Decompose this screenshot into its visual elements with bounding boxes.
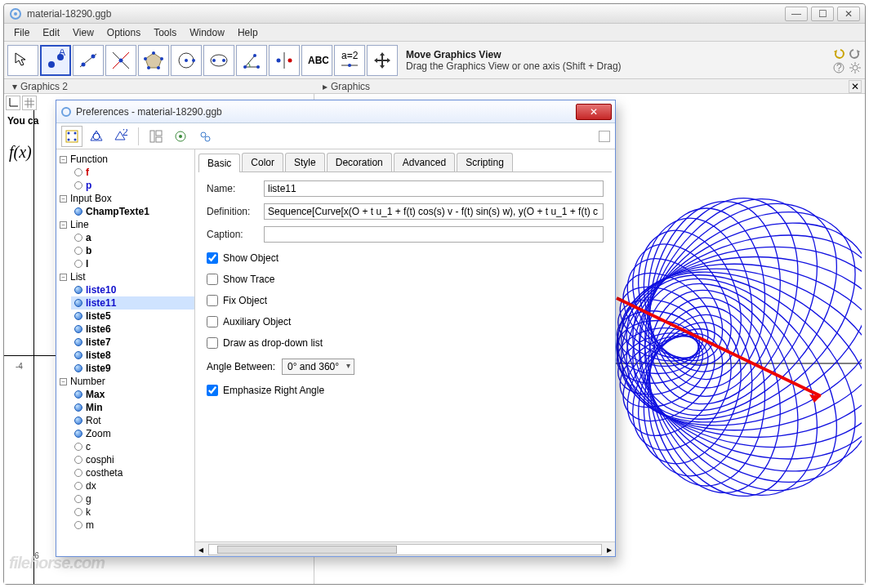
svg-point-1 xyxy=(14,12,17,16)
window-minimize-button[interactable]: — xyxy=(785,7,808,21)
object-bullet-icon xyxy=(74,495,82,503)
tree-item[interactable]: g xyxy=(71,492,194,506)
tree-item[interactable]: m xyxy=(71,519,194,532)
dialog-hscrollbar[interactable]: ◂ ▸ xyxy=(195,541,615,556)
tool-move-view[interactable] xyxy=(367,45,398,76)
pref-defaults-icon[interactable] xyxy=(170,126,191,147)
object-tree[interactable]: −Functionfp−Input BoxChampTexte1−Lineabl… xyxy=(56,149,195,556)
titlebar[interactable]: material-18290.ggb — ☐ ✕ xyxy=(4,4,865,24)
gear-icon[interactable] xyxy=(849,61,862,74)
menu-edit[interactable]: Edit xyxy=(36,25,66,40)
tree-group[interactable]: −Function xyxy=(56,153,194,166)
pref-advanced-gear-icon[interactable] xyxy=(194,126,216,147)
view-close-button[interactable]: ✕ xyxy=(849,80,862,93)
window-maximize-button[interactable]: ☐ xyxy=(811,7,834,21)
tree-item[interactable]: liste9 xyxy=(71,362,194,375)
tree-item[interactable]: liste5 xyxy=(71,310,194,323)
collapse-icon[interactable]: − xyxy=(60,221,67,229)
pref-objects-icon[interactable] xyxy=(61,126,82,147)
menu-options[interactable]: Options xyxy=(100,25,147,40)
tool-polygon[interactable] xyxy=(138,45,169,76)
tool-reflect[interactable] xyxy=(269,45,300,76)
tab-style[interactable]: Style xyxy=(285,153,325,172)
tree-item[interactable]: costheta xyxy=(71,466,194,479)
tab-color[interactable]: Color xyxy=(242,153,283,172)
tree-item[interactable]: b xyxy=(71,244,194,257)
tab-scripting[interactable]: Scripting xyxy=(457,153,513,172)
tree-item[interactable]: liste7 xyxy=(71,336,194,349)
axes-toggle-icon[interactable] xyxy=(6,96,20,110)
tree-item[interactable]: liste10 xyxy=(71,283,194,296)
angle-select[interactable]: 0° and 360° xyxy=(282,359,354,375)
tool-point[interactable]: A xyxy=(40,45,71,76)
tool-line[interactable] xyxy=(73,45,104,76)
pref-graphics2-icon[interactable]: 2 xyxy=(110,126,131,147)
help-icon[interactable]: ? xyxy=(832,61,845,74)
redo-icon[interactable] xyxy=(849,47,862,60)
tree-item[interactable]: dx xyxy=(71,479,194,492)
tree-item[interactable]: Zoom xyxy=(71,427,194,440)
pref-graphics-icon[interactable] xyxy=(86,126,107,147)
dialog-titlebar[interactable]: Preferences - material-18290.ggb ✕ xyxy=(56,100,615,123)
aux-object-checkbox[interactable] xyxy=(207,316,218,327)
menu-help[interactable]: Help xyxy=(231,25,265,40)
window-close-button[interactable]: ✕ xyxy=(837,7,860,21)
fix-object-checkbox[interactable] xyxy=(207,295,218,306)
tool-perp[interactable] xyxy=(105,45,136,76)
menu-tools[interactable]: Tools xyxy=(147,25,183,40)
tab-decoration[interactable]: Decoration xyxy=(327,153,392,172)
menu-file[interactable]: File xyxy=(7,25,36,40)
collapse-icon[interactable]: − xyxy=(60,156,67,163)
show-trace-checkbox[interactable] xyxy=(207,274,218,285)
tree-item[interactable]: liste6 xyxy=(71,323,194,336)
pref-layout-icon[interactable] xyxy=(145,126,167,147)
collapse-icon[interactable]: − xyxy=(60,378,67,385)
show-object-checkbox[interactable] xyxy=(207,252,218,264)
definition-input[interactable] xyxy=(264,203,604,220)
undo-icon[interactable] xyxy=(832,47,845,60)
tree-item[interactable]: c xyxy=(71,440,194,453)
tool-slider[interactable]: a=2 xyxy=(334,45,365,76)
tree-item[interactable]: Min xyxy=(71,401,194,414)
tool-move[interactable] xyxy=(7,45,38,76)
tree-group[interactable]: −Number xyxy=(56,375,194,388)
tree-item[interactable]: l xyxy=(71,257,194,270)
svg-text:A: A xyxy=(59,49,65,58)
dialog-detach-icon[interactable] xyxy=(599,131,610,142)
tool-text[interactable]: ABC xyxy=(301,45,332,76)
grid-toggle-icon[interactable] xyxy=(22,96,37,110)
tree-group[interactable]: −Line xyxy=(56,218,194,231)
dropdown-checkbox[interactable] xyxy=(207,337,218,349)
tool-ellipse[interactable] xyxy=(203,45,234,76)
tree-item-label: m xyxy=(86,519,94,531)
view-tab-graphics2[interactable]: ▾ Graphics 2 xyxy=(7,81,73,92)
tree-item[interactable]: k xyxy=(71,506,194,519)
menu-window[interactable]: Window xyxy=(183,25,231,40)
menu-view[interactable]: View xyxy=(66,25,100,40)
tree-item[interactable]: a xyxy=(71,231,194,244)
tree-item[interactable]: liste11 xyxy=(71,296,194,310)
caption-input[interactable] xyxy=(264,226,604,243)
tree-item[interactable]: f xyxy=(71,166,194,179)
tree-item[interactable]: liste8 xyxy=(71,349,194,362)
dialog-close-button[interactable]: ✕ xyxy=(576,104,612,120)
tool-angle[interactable] xyxy=(236,45,267,76)
tree-item[interactable]: p xyxy=(71,179,194,192)
view-tab-graphics[interactable]: ▸ Graphics xyxy=(318,81,375,92)
tree-item[interactable]: ChampTexte1 xyxy=(71,205,194,218)
tree-group[interactable]: −Input Box xyxy=(56,192,194,205)
tab-advanced[interactable]: Advanced xyxy=(394,153,455,172)
tree-item[interactable]: cosphi xyxy=(71,453,194,466)
collapse-icon[interactable]: − xyxy=(60,274,67,281)
svg-point-100 xyxy=(205,136,210,141)
object-bullet-icon xyxy=(74,521,82,529)
emphasize-right-checkbox[interactable] xyxy=(207,385,218,396)
tick-neg4: -4 xyxy=(16,362,23,371)
tab-basic[interactable]: Basic xyxy=(198,154,240,172)
tool-circle[interactable] xyxy=(171,45,202,76)
name-input[interactable] xyxy=(264,180,604,197)
collapse-icon[interactable]: − xyxy=(60,195,67,203)
tree-item[interactable]: Rot xyxy=(71,414,194,427)
tree-item[interactable]: Max xyxy=(71,388,194,401)
tree-group[interactable]: −List xyxy=(56,270,194,283)
